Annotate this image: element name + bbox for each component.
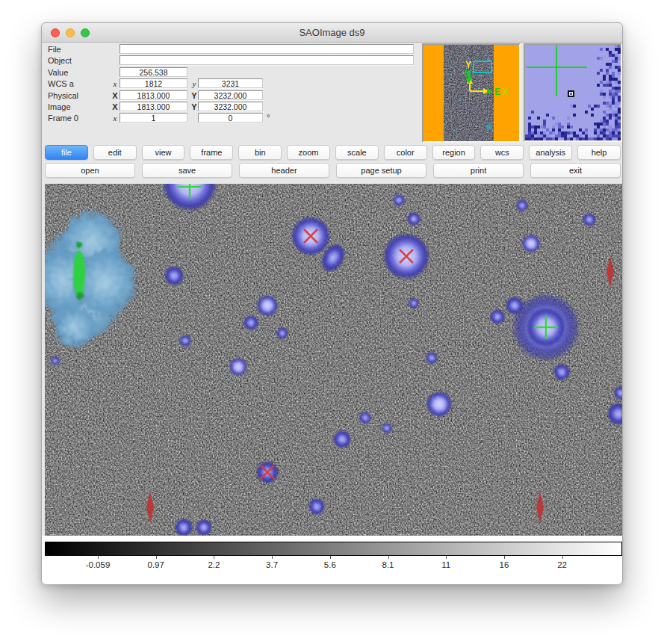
colorbar-tick	[330, 556, 331, 559]
menu-file[interactable]: file	[45, 145, 88, 160]
menu-help[interactable]: help	[577, 145, 621, 160]
colorbar-tick	[214, 556, 214, 559]
magnifier-noise-pixel	[591, 114, 594, 117]
colorbar[interactable]	[45, 542, 622, 556]
menu-bin[interactable]: bin	[238, 145, 282, 160]
magnifier-noise-pixel	[618, 72, 621, 75]
menu-wcs[interactable]: wcs	[480, 145, 524, 160]
magnifier-noise-pixel	[570, 126, 573, 129]
colorbar-tick	[388, 556, 389, 559]
wcs-label: WCS a	[48, 79, 74, 88]
frame-rotation-field[interactable]: 0	[198, 113, 263, 123]
button-print[interactable]: print	[433, 163, 524, 178]
magnifier-noise-pixel	[603, 96, 606, 99]
colorbar-tick-label: 0.97	[147, 560, 164, 569]
menu-view[interactable]: view	[142, 145, 185, 160]
magnifier-noise-pixel	[600, 69, 603, 72]
menu-bar: fileeditviewframebinzoomscalecolorregion…	[45, 145, 621, 161]
magnifier-noise-pixel	[597, 84, 600, 87]
magnifier-view	[525, 45, 621, 140]
image-x-key: X	[110, 102, 120, 111]
magnifier-noise-pixel	[597, 105, 600, 108]
magnifier-noise-pixel	[609, 66, 612, 69]
image-row: Image X 1813.000 Y 3232.000	[42, 102, 421, 113]
colorbar-tick	[98, 556, 99, 559]
file-action-bar: opensaveheaderpage setupprintexit	[45, 163, 621, 179]
image-canvas[interactable]	[45, 184, 622, 536]
colorbar-tick	[272, 556, 273, 559]
menu-scale[interactable]: scale	[335, 145, 379, 160]
magnifier-noise-pixel	[618, 137, 621, 140]
magnifier-noise-pixel	[531, 111, 534, 114]
menu-analysis[interactable]: analysis	[529, 145, 572, 160]
magnifier-cursor	[568, 90, 574, 97]
menu-zoom[interactable]: zoom	[287, 145, 330, 160]
magnifier-noise-pixel	[615, 60, 618, 63]
wcs-x-field[interactable]: 1812	[120, 78, 187, 88]
menu-edit[interactable]: edit	[93, 145, 137, 160]
value-label: Value	[48, 68, 68, 77]
object-label: Object	[48, 56, 72, 65]
button-exit[interactable]: exit	[530, 163, 621, 178]
magnifier-noise-pixel	[585, 111, 588, 114]
magnifier-noise-pixel	[573, 114, 576, 117]
value-field[interactable]: 256.538	[120, 67, 187, 77]
titlebar[interactable]: SAOImage ds9	[42, 23, 622, 43]
magnifier-noise-pixel	[597, 72, 600, 75]
button-header[interactable]: header	[239, 163, 329, 178]
file-field[interactable]	[120, 44, 414, 54]
magnifier-noise-pixel	[591, 108, 594, 111]
colorbar-tick	[156, 556, 157, 559]
image-y-field[interactable]: 3232.000	[198, 102, 263, 111]
colorbar-tick-label: 22	[557, 560, 567, 569]
image-label: Image	[48, 102, 71, 111]
colorbar-tick	[446, 556, 447, 559]
colorbar-tick-label: -0.059	[86, 560, 111, 569]
object-field[interactable]	[120, 55, 414, 65]
magnifier-noise-pixel	[600, 48, 603, 51]
value-row: Value 256.538	[42, 67, 421, 78]
button-open[interactable]: open	[45, 163, 135, 178]
magnifier-noise-pixel	[600, 57, 603, 60]
colorbar-tick-label: 8.1	[382, 560, 394, 569]
file-row: File	[42, 44, 421, 55]
colorbar-tick	[504, 556, 505, 559]
panner[interactable]: Y N E X	[422, 43, 521, 143]
physical-x-field[interactable]: 1813.000	[120, 90, 187, 100]
menu-region[interactable]: region	[432, 145, 476, 160]
menu-color[interactable]: color	[384, 145, 427, 160]
physical-row: Physical X 1813.000 Y 3232.000	[42, 90, 421, 102]
magnifier-crosshair-h	[527, 66, 587, 68]
app-window: SAOImage ds9 File Object Value 256.538 W…	[41, 22, 623, 584]
magnifier-noise-pixel	[618, 102, 621, 105]
magnifier-noise-pixel	[528, 117, 531, 120]
magnifier-noise-pixel	[537, 117, 540, 120]
button-page-setup[interactable]: page setup	[336, 163, 426, 178]
button-save[interactable]: save	[142, 163, 232, 178]
magnifier-noise-pixel	[567, 117, 570, 120]
magnifier-crosshair-v	[556, 46, 557, 96]
magnifier-noise-pixel	[618, 90, 621, 93]
magnifier-noise-pixel	[573, 105, 576, 108]
physical-x-key: X	[110, 91, 120, 100]
magnifier-noise-pixel	[561, 126, 564, 129]
image-x-field[interactable]: 1813.000	[120, 102, 187, 111]
object-row: Object	[42, 55, 421, 66]
frame-label: Frame 0	[48, 114, 78, 123]
colorbar-tick-label: 2.2	[208, 560, 220, 569]
frame-zoom-field[interactable]: 1	[120, 113, 187, 123]
degree-suffix: °	[267, 113, 270, 122]
window-title: SAOImage ds9	[42, 27, 622, 38]
menu-frame[interactable]: frame	[190, 145, 233, 160]
wcs-y-field[interactable]: 3231	[198, 78, 263, 88]
colorbar-tick-label: 16	[499, 560, 509, 569]
magnifier-noise-pixel	[609, 117, 612, 120]
wcs-row: WCS a x 1812 y 3231	[42, 78, 421, 90]
magnifier-noise-pixel	[618, 51, 621, 54]
svg-text:X: X	[503, 87, 509, 97]
magnifier-noise-pixel	[546, 114, 549, 117]
svg-text:N: N	[465, 69, 471, 79]
physical-y-field[interactable]: 3232.000	[198, 90, 263, 100]
physical-label: Physical	[48, 91, 78, 100]
magnifier-noise-pixel	[570, 137, 573, 140]
